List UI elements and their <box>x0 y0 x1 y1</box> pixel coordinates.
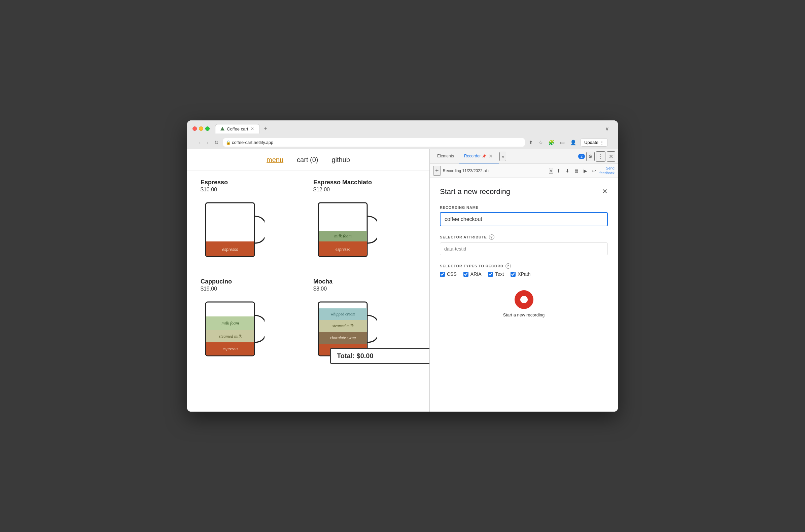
coffee-page: menu cart (0) github Espresso $10.00 <box>187 149 429 412</box>
active-tab[interactable]: Coffee cart ✕ <box>215 124 260 133</box>
espresso-item: Espresso $10.00 <box>201 179 303 268</box>
devtools-menu-button[interactable]: ⋮ <box>596 151 605 162</box>
aria-checkbox[interactable] <box>463 272 469 277</box>
pin-icon: 📌 <box>482 154 486 158</box>
css-checkbox-item[interactable]: CSS <box>440 271 457 277</box>
update-menu-icon: ⋮ <box>600 140 604 145</box>
send-feedback-link[interactable]: Send feedback <box>599 166 615 175</box>
traffic-lights <box>193 127 210 131</box>
svg-text:milk foam: milk foam <box>221 321 239 325</box>
play-recording-button[interactable]: ▶ <box>582 168 589 174</box>
update-label: Update <box>584 140 598 145</box>
selector-attribute-label: SELECTOR ATTRIBUTE ? <box>440 234 608 240</box>
espresso-price: $10.00 <box>201 187 303 193</box>
mocha-cup[interactable]: espresso chocolate syrup steamed milk wh… <box>313 295 416 367</box>
github-nav-link[interactable]: github <box>331 156 350 164</box>
update-button[interactable]: Update ⋮ <box>581 138 608 147</box>
profile-icon[interactable]: 👤 <box>569 138 578 147</box>
more-tabs-button[interactable]: » <box>499 152 506 161</box>
cart-nav-link[interactable]: cart (0) <box>297 156 318 164</box>
add-recording-button[interactable]: + <box>433 166 441 175</box>
recording-toolbar: + Recording 11/23/2022 at : ∨ ⬆ ⬇ 🗑 ▶ ↩ … <box>430 164 618 178</box>
reload-button[interactable]: ↻ <box>213 138 220 147</box>
devtools-badge: 2 <box>578 154 585 159</box>
browser-window: Coffee cart ✕ + ∨ ‹ › ↻ 🔒 ⬆ ☆ 🧩 ▭ 👤 <box>187 120 618 412</box>
start-recording-dialog: Start a new recording ✕ RECORDING NAME S… <box>430 178 618 412</box>
start-recording-label: Start a new recording <box>503 312 545 318</box>
dialog-header: Start a new recording ✕ <box>440 187 608 196</box>
extensions-icon[interactable]: 🧩 <box>547 138 556 147</box>
aria-checkbox-item[interactable]: ARIA <box>463 271 481 277</box>
tab-title: Coffee cart <box>227 127 248 132</box>
record-button-wrap: Start a new recording <box>440 290 608 318</box>
replay-recording-button[interactable]: ↩ <box>591 168 597 174</box>
toolbar-right: ⬆ ☆ 🧩 ▭ 👤 Update ⋮ <box>527 138 608 147</box>
cappucino-cup[interactable]: espresso steamed milk milk foam <box>201 295 303 367</box>
new-tab-button[interactable]: + <box>261 124 270 133</box>
xpath-checkbox[interactable] <box>511 272 516 277</box>
mocha-item: Mocha $8.00 <box>313 278 416 367</box>
share-icon[interactable]: ⬆ <box>527 138 534 147</box>
dialog-title: Start a new recording <box>440 187 510 196</box>
bookmark-icon[interactable]: ☆ <box>537 138 544 147</box>
forward-button[interactable]: › <box>205 138 210 146</box>
sidebar-icon[interactable]: ▭ <box>559 138 566 147</box>
selector-attribute-help-icon[interactable]: ? <box>489 234 494 240</box>
address-wrap: 🔒 <box>223 138 525 147</box>
selector-types-label: SELECTOR TYPES TO RECORD ? <box>440 263 608 269</box>
devtools-tabs: Elements Recorder 📌 ✕ » 2 ⚙ ⋮ ✕ <box>430 149 618 164</box>
delete-recording-button[interactable]: 🗑 <box>573 168 580 174</box>
macchiato-price: $12.00 <box>313 187 416 193</box>
cappucino-name: Cappucino <box>201 278 303 285</box>
recording-name-section: RECORDING NAME <box>440 206 608 226</box>
devtools-close-button[interactable]: ✕ <box>607 151 615 162</box>
cappucino-price: $19.00 <box>201 286 303 292</box>
close-traffic-light[interactable] <box>193 127 197 131</box>
elements-tab[interactable]: Elements <box>433 151 459 162</box>
recording-name-label: RECORDING NAME <box>440 206 608 209</box>
macchiato-name: Espresso Macchiato <box>313 179 416 186</box>
aria-label: ARIA <box>471 271 481 277</box>
macchiato-cup[interactable]: espresso milk foam <box>313 196 416 268</box>
svg-text:steamed milk: steamed milk <box>219 334 242 339</box>
devtools-settings-button[interactable]: ⚙ <box>586 152 594 161</box>
address-bar: ‹ › ↻ 🔒 ⬆ ☆ 🧩 ▭ 👤 Update ⋮ <box>193 136 612 149</box>
coffee-nav: menu cart (0) github <box>187 149 429 171</box>
svg-marker-0 <box>220 127 224 131</box>
text-checkbox[interactable] <box>488 272 493 277</box>
selector-types-list: CSS ARIA Text XPath <box>440 271 608 277</box>
minimize-traffic-light[interactable] <box>199 127 203 131</box>
start-recording-button[interactable] <box>515 290 533 309</box>
recording-name: Recording 11/23/2022 at : <box>443 169 547 173</box>
svg-text:milk foam: milk foam <box>334 233 352 239</box>
xpath-checkbox-item[interactable]: XPath <box>511 271 530 277</box>
selector-types-help-icon[interactable]: ? <box>506 263 511 269</box>
recorder-tab-close[interactable]: ✕ <box>487 152 494 160</box>
recording-name-input[interactable] <box>440 212 608 226</box>
css-label: CSS <box>447 271 457 277</box>
devtools-panel: Elements Recorder 📌 ✕ » 2 ⚙ ⋮ ✕ + Reco <box>429 149 618 412</box>
cappucino-item: Cappucino $19.00 <box>201 278 303 367</box>
maximize-traffic-light[interactable] <box>205 127 210 131</box>
back-button[interactable]: ‹ <box>197 138 202 146</box>
espresso-cup[interactable]: espresso <box>201 196 303 268</box>
recorder-tab[interactable]: Recorder 📌 ✕ <box>459 149 499 164</box>
recording-dropdown-button[interactable]: ∨ <box>549 168 553 174</box>
tab-bar: Coffee cart ✕ + <box>215 124 270 133</box>
tab-close-button[interactable]: ✕ <box>250 127 255 131</box>
macchiato-item: Espresso Macchiato $12.00 <box>313 179 416 268</box>
download-recording-button[interactable]: ⬇ <box>564 168 571 174</box>
css-checkbox[interactable] <box>440 272 445 277</box>
svg-text:steamed milk: steamed milk <box>332 323 354 328</box>
dialog-close-button[interactable]: ✕ <box>602 187 608 195</box>
title-bar: Coffee cart ✕ + ∨ ‹ › ↻ 🔒 ⬆ ☆ 🧩 ▭ 👤 <box>187 120 618 149</box>
selector-types-section: SELECTOR TYPES TO RECORD ? CSS ARIA <box>440 263 608 277</box>
mocha-price: $8.00 <box>313 286 416 292</box>
selector-attribute-input[interactable] <box>440 243 608 255</box>
mocha-name: Mocha <box>313 278 416 285</box>
menu-nav-link[interactable]: menu <box>267 156 283 164</box>
address-input[interactable] <box>223 138 525 147</box>
export-recording-button[interactable]: ⬆ <box>555 168 562 174</box>
text-label: Text <box>495 271 504 277</box>
text-checkbox-item[interactable]: Text <box>488 271 504 277</box>
